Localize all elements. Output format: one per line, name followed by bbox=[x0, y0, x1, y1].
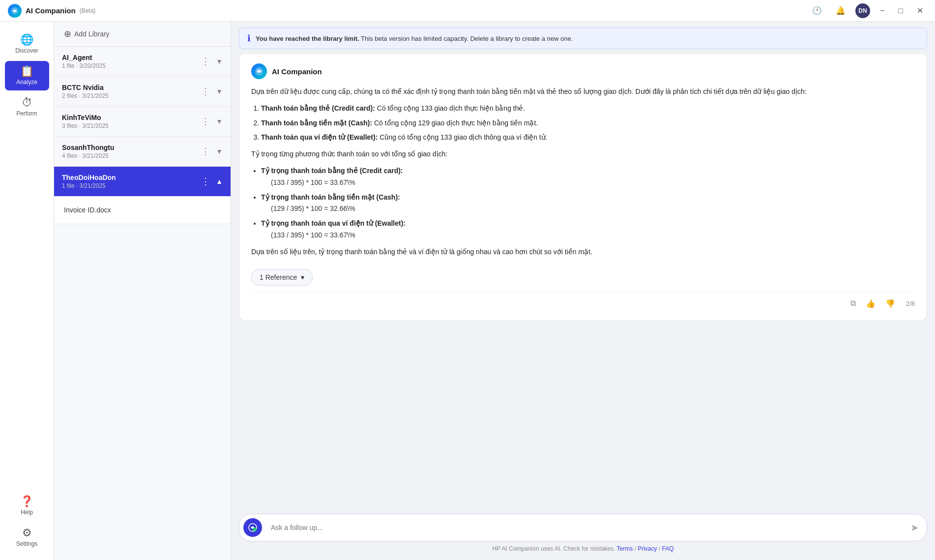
help-label: Help bbox=[21, 509, 33, 516]
page-indicator: 2/8 bbox=[906, 300, 915, 307]
library-header-theodoi[interactable]: TheoDoiHoaDon 1 file · 3/21/2025 ⋮ ▲ bbox=[54, 167, 231, 196]
history-button[interactable]: 🕐 bbox=[808, 4, 826, 17]
library-header-bctc[interactable]: BCTC Nvidia 2 files · 3/21/2025 ⋮ ▼ bbox=[54, 77, 231, 106]
banner-detail-text: This beta version has limited capacity. … bbox=[361, 35, 573, 42]
library-info-ai-agent: AI_Agent 1 file · 3/20/2025 bbox=[62, 54, 199, 69]
library-info-theodoi: TheoDoiHoaDon 1 file · 3/21/2025 bbox=[62, 174, 199, 189]
banner-text: You have reached the library limit. This… bbox=[256, 35, 573, 42]
lib-actions-sosanh: ⋮ ▼ bbox=[199, 145, 223, 158]
library-meta-sosanh: 4 files · 3/21/2025 bbox=[62, 152, 199, 159]
breakdown-item-1: Tỷ trọng thanh toán bằng thẻ (Credit car… bbox=[261, 165, 915, 189]
analyze-label: Analyze bbox=[16, 79, 37, 86]
footer-main-text: HP AI Companion uses AI. Check for mista… bbox=[492, 545, 616, 552]
lib-chevron-theodoi: ▲ bbox=[216, 177, 223, 185]
send-button[interactable]: ➤ bbox=[906, 520, 923, 535]
sidebar-item-perform[interactable]: ⏱ Perform bbox=[5, 92, 49, 122]
library-panel: ⊕ Add Library AI_Agent 1 file · 3/20/202… bbox=[54, 22, 231, 560]
breakdown-item-3-bold: Tỷ trọng thanh toán qua ví điện tử (Ewal… bbox=[261, 219, 406, 227]
message-content: Dựa trên dữ liệu được cung cấp, chúng ta… bbox=[251, 86, 915, 258]
footer-sep-2: / bbox=[659, 545, 662, 552]
settings-label: Settings bbox=[16, 540, 37, 547]
library-name-kinhte: KinhTeViMo bbox=[62, 114, 199, 121]
list-item-1-text: Có tổng cộng 133 giao dịch thực hiện bằn… bbox=[377, 104, 526, 112]
breakdown-item-2-bold: Tỷ trọng thanh toán bằng tiền mặt (Cash)… bbox=[261, 193, 400, 201]
lib-menu-button-theodoi[interactable]: ⋮ bbox=[199, 175, 212, 188]
footer-text: HP AI Companion uses AI. Check for mista… bbox=[239, 545, 927, 556]
input-area: + ➤ HP AI Companion uses AI. Check for m… bbox=[231, 508, 935, 560]
transaction-list: Thanh toán bằng thẻ (Credit card): Có tổ… bbox=[251, 103, 915, 144]
plus-icon: ⊕ bbox=[64, 29, 71, 39]
chat-input[interactable] bbox=[267, 522, 902, 533]
maximize-button[interactable]: □ bbox=[894, 4, 907, 17]
sidebar-item-discover[interactable]: 🌐 Discover bbox=[5, 29, 49, 59]
lib-actions-bctc: ⋮ ▼ bbox=[199, 85, 223, 98]
help-icon: ❓ bbox=[20, 496, 33, 507]
library-item-sosanh: SosanhThongtu 4 files · 3/21/2025 ⋮ ▼ bbox=[54, 137, 231, 167]
library-header-sosanh[interactable]: SosanhThongtu 4 files · 3/21/2025 ⋮ ▼ bbox=[54, 137, 231, 166]
sidebar-item-analyze[interactable]: 📋 Analyze bbox=[5, 61, 49, 90]
lib-menu-button-sosanh[interactable]: ⋮ bbox=[199, 145, 212, 158]
breakdown-summary: Tỷ trọng từng phương thức thanh toán so … bbox=[251, 148, 915, 160]
sidebar-item-help[interactable]: ❓ Help bbox=[5, 491, 49, 521]
library-item-kinhte: KinhTeViMo 3 files · 3/21/2025 ⋮ ▼ bbox=[54, 107, 231, 137]
lib-actions-kinhte: ⋮ ▼ bbox=[199, 115, 223, 128]
lib-menu-button-bctc[interactable]: ⋮ bbox=[199, 85, 212, 98]
discover-label: Discover bbox=[15, 47, 38, 54]
title-bar: AI Companion (Beta) 🕐 🔔 DN − □ ✕ bbox=[0, 0, 935, 22]
content-area: ℹ You have reached the library limit. Th… bbox=[231, 22, 935, 560]
settings-icon: ⚙ bbox=[22, 528, 32, 538]
breakdown-list: Tỷ trọng thanh toán bằng thẻ (Credit car… bbox=[251, 165, 915, 241]
footer-faq-link[interactable]: FAQ bbox=[662, 545, 674, 552]
list-item-3-text: Cũng có tổng cộng 133 giao dịch thông qu… bbox=[380, 133, 547, 141]
thumbs-up-button[interactable]: 👍 bbox=[863, 297, 878, 310]
lib-menu-button-ai-agent[interactable]: ⋮ bbox=[199, 55, 212, 68]
library-name-bctc: BCTC Nvidia bbox=[62, 84, 199, 91]
list-item-3: Thanh toán qua ví điện tử (Ewallet): Cũn… bbox=[261, 132, 915, 144]
message-actions: ⧉ 👍 👎 2/8 bbox=[251, 292, 915, 310]
reference-button[interactable]: 1 Reference ▾ bbox=[251, 269, 313, 286]
library-name-sosanh: SosanhThongtu bbox=[62, 144, 199, 151]
library-header-kinhte[interactable]: KinhTeViMo 3 files · 3/21/2025 ⋮ ▼ bbox=[54, 107, 231, 136]
message-intro: Dựa trên dữ liệu được cung cấp, chúng ta… bbox=[251, 86, 915, 98]
sidebar-nav: 🌐 Discover 📋 Analyze ⏱ Perform ❓ Help ⚙ … bbox=[0, 22, 54, 560]
app-beta-label: (Beta) bbox=[80, 7, 96, 14]
library-meta-bctc: 2 files · 3/21/2025 bbox=[62, 92, 199, 99]
add-library-button[interactable]: ⊕ Add Library bbox=[54, 22, 231, 47]
footer-terms-link[interactable]: Terms bbox=[616, 545, 633, 552]
list-item-2-text: Có tổng cộng 129 giao dịch thực hiện bằn… bbox=[374, 119, 538, 127]
lib-actions-theodoi: ⋮ ▲ bbox=[199, 175, 223, 188]
breakdown-item-3: Tỷ trọng thanh toán qua ví điện tử (Ewal… bbox=[261, 218, 915, 241]
lib-menu-button-kinhte[interactable]: ⋮ bbox=[199, 115, 212, 128]
message-header: AI Companion bbox=[251, 63, 915, 79]
breakdown-item-2: Tỷ trọng thanh toán bằng tiền mặt (Cash)… bbox=[261, 192, 915, 215]
ai-name-label: AI Companion bbox=[272, 67, 322, 76]
chat-mode-button[interactable]: + bbox=[243, 518, 262, 537]
close-button[interactable]: ✕ bbox=[913, 4, 927, 17]
add-library-label: Add Library bbox=[74, 30, 110, 38]
svg-text:+: + bbox=[254, 529, 256, 531]
chat-area: AI Companion Dựa trên dữ liệu được cung … bbox=[231, 53, 935, 508]
footer-privacy-link[interactable]: Privacy bbox=[638, 545, 657, 552]
title-bar-right: 🕐 🔔 DN − □ ✕ bbox=[808, 3, 927, 18]
library-info-bctc: BCTC Nvidia 2 files · 3/21/2025 bbox=[62, 84, 199, 99]
info-icon: ℹ bbox=[247, 33, 251, 44]
library-info-kinhte: KinhTeViMo 3 files · 3/21/2025 bbox=[62, 114, 199, 129]
minimize-button[interactable]: − bbox=[876, 4, 888, 17]
file-item-invoice[interactable]: Invoice ID.docx bbox=[54, 200, 231, 220]
reference-chevron-icon: ▾ bbox=[301, 273, 304, 281]
banner-bold-text: You have reached the library limit. bbox=[256, 35, 359, 42]
library-header-ai-agent[interactable]: AI_Agent 1 file · 3/20/2025 ⋮ ▼ bbox=[54, 47, 231, 76]
user-avatar-button[interactable]: DN bbox=[855, 3, 870, 18]
library-limit-banner: ℹ You have reached the library limit. Th… bbox=[239, 28, 927, 49]
notifications-button[interactable]: 🔔 bbox=[832, 4, 849, 17]
analyze-icon: 📋 bbox=[20, 66, 33, 77]
copy-button[interactable]: ⧉ bbox=[847, 297, 859, 310]
library-name-theodoi: TheoDoiHoaDon bbox=[62, 174, 199, 181]
list-item-2: Thanh toán bằng tiền mặt (Cash): Có tổng… bbox=[261, 118, 915, 129]
thumbs-down-button[interactable]: 👎 bbox=[882, 297, 898, 310]
sidebar-item-settings[interactable]: ⚙ Settings bbox=[5, 523, 49, 552]
perform-icon: ⏱ bbox=[22, 97, 32, 108]
input-row: + ➤ bbox=[239, 514, 927, 541]
lib-chevron-ai-agent: ▼ bbox=[216, 58, 223, 65]
app-title: AI Companion bbox=[26, 6, 76, 15]
